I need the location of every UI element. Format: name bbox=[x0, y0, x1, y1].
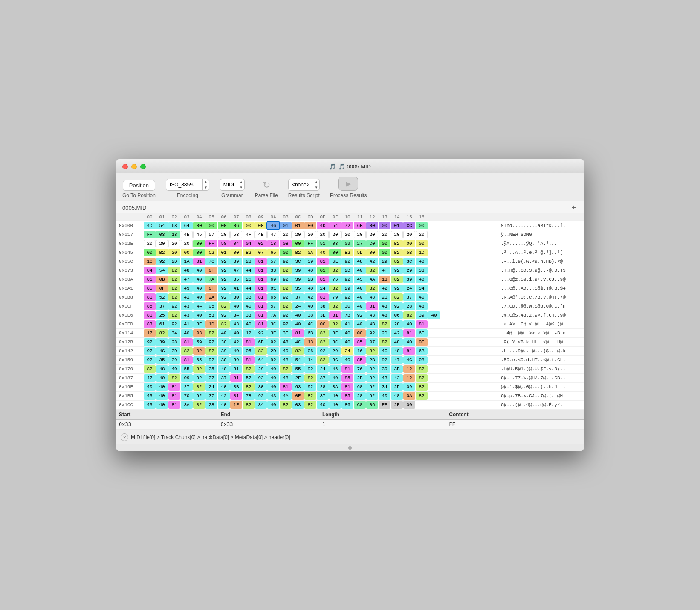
rF-2D[interactable]: 2D bbox=[267, 347, 279, 355]
r7-81b[interactable]: 81 bbox=[255, 276, 267, 283]
r11-55b[interactable]: 55 bbox=[292, 365, 304, 373]
r4-00e[interactable]: 00 bbox=[280, 249, 292, 256]
rE-48[interactable]: 48 bbox=[280, 338, 292, 346]
r15-40[interactable]: 40 bbox=[156, 401, 168, 409]
r12-37c[interactable]: 37 bbox=[317, 374, 329, 382]
rF-40[interactable]: 40 bbox=[230, 347, 242, 355]
r9-37[interactable]: 37 bbox=[292, 293, 304, 301]
r4-20[interactable]: 20 bbox=[168, 249, 180, 256]
rF-05[interactable]: 05 bbox=[243, 347, 255, 355]
r10-48[interactable]: 48 bbox=[280, 356, 292, 364]
byte-68[interactable]: 68 bbox=[168, 222, 180, 229]
r11-31[interactable]: 31 bbox=[230, 365, 242, 373]
rA-85[interactable]: 85 bbox=[144, 302, 156, 310]
rA-40[interactable]: 40 bbox=[230, 302, 242, 310]
r4-00d[interactable]: 00 bbox=[230, 249, 242, 256]
rE-42[interactable]: 42 bbox=[230, 338, 242, 346]
r10-39[interactable]: 39 bbox=[230, 356, 242, 364]
r8-43[interactable]: 43 bbox=[181, 285, 193, 292]
grammar-select-wrapper[interactable]: MIDI ▲ ▼ bbox=[220, 179, 245, 191]
r4-40[interactable]: 40 bbox=[317, 249, 329, 256]
rE-39[interactable]: 39 bbox=[156, 338, 168, 346]
grammar-down[interactable]: ▼ bbox=[238, 185, 244, 191]
r3-00d[interactable]: 00 bbox=[403, 240, 415, 247]
r15-82b[interactable]: 82 bbox=[243, 401, 255, 409]
r12-48[interactable]: 48 bbox=[280, 374, 292, 382]
r11-12[interactable]: 12 bbox=[403, 365, 415, 373]
r14-78[interactable]: 78 bbox=[243, 392, 255, 400]
r6-40[interactable]: 40 bbox=[193, 267, 205, 274]
rD-82c[interactable]: 82 bbox=[317, 329, 329, 337]
r8-0F[interactable]: 0F bbox=[205, 285, 217, 292]
r7-39b[interactable]: 39 bbox=[403, 276, 415, 283]
rD-2D[interactable]: 2D bbox=[379, 329, 390, 337]
r11-29[interactable]: 29 bbox=[255, 365, 267, 373]
rB-7B[interactable]: 7B bbox=[341, 311, 353, 319]
byte-72[interactable]: 72 bbox=[341, 222, 353, 229]
r3-C0[interactable]: C0 bbox=[366, 240, 378, 247]
r14-0E[interactable]: 0E bbox=[292, 392, 304, 400]
encoding-select-wrapper[interactable]: ISO_8859-... ▲ ▼ bbox=[166, 179, 209, 191]
r4-C2[interactable]: C2 bbox=[205, 249, 217, 256]
r12-92c[interactable]: 92 bbox=[366, 374, 378, 382]
rF-82d[interactable]: 82 bbox=[292, 347, 304, 355]
r4-65[interactable]: 65 bbox=[267, 249, 279, 256]
r3-09[interactable]: 09 bbox=[341, 240, 353, 247]
r3-00[interactable]: 00 bbox=[193, 240, 205, 247]
r5-1C[interactable]: 1C bbox=[144, 258, 156, 265]
r5-81c[interactable]: 81 bbox=[317, 258, 329, 265]
r7-2B[interactable]: 2B bbox=[304, 276, 316, 283]
r15-06[interactable]: 06 bbox=[366, 401, 378, 409]
rC-43[interactable]: 43 bbox=[230, 320, 242, 328]
r3-B2[interactable]: B2 bbox=[391, 240, 403, 247]
r7-7A[interactable]: 7A bbox=[205, 276, 217, 283]
r10-92c[interactable]: 92 bbox=[267, 356, 279, 364]
r3-04[interactable]: 04 bbox=[230, 240, 242, 247]
r3-27[interactable]: 27 bbox=[354, 240, 366, 247]
r11-40c[interactable]: 40 bbox=[267, 365, 279, 373]
r11-82b[interactable]: 82 bbox=[193, 365, 205, 373]
results-script-select[interactable]: <none> bbox=[289, 180, 313, 189]
rA-24[interactable]: 24 bbox=[292, 302, 304, 310]
rF-92b[interactable]: 92 bbox=[317, 347, 329, 355]
r14-82d[interactable]: 82 bbox=[416, 392, 428, 400]
rD-3E[interactable]: 3E bbox=[329, 329, 341, 337]
encoding-up[interactable]: ▲ bbox=[203, 179, 209, 185]
rB-82d[interactable]: 82 bbox=[403, 311, 415, 319]
rE-40b[interactable]: 40 bbox=[403, 338, 415, 346]
r11-24[interactable]: 24 bbox=[317, 365, 329, 373]
rA-40d[interactable]: 40 bbox=[354, 302, 366, 310]
r15-43[interactable]: 43 bbox=[144, 401, 156, 409]
r7-92[interactable]: 92 bbox=[218, 276, 230, 283]
r15-1F[interactable]: 1F bbox=[230, 401, 242, 409]
grammar-select[interactable]: MIDI bbox=[220, 180, 238, 189]
r7-82[interactable]: 82 bbox=[168, 276, 180, 283]
r5-28[interactable]: 28 bbox=[243, 258, 255, 265]
rB-34[interactable]: 34 bbox=[230, 311, 242, 319]
rF-82c[interactable]: 82 bbox=[255, 347, 267, 355]
r11-82d[interactable]: 82 bbox=[280, 365, 292, 373]
r12-57[interactable]: 57 bbox=[243, 374, 255, 382]
r10-81[interactable]: 81 bbox=[181, 356, 193, 364]
rB-43[interactable]: 43 bbox=[181, 311, 193, 319]
b-18[interactable]: 18 bbox=[168, 231, 180, 238]
rB-81c[interactable]: 81 bbox=[329, 311, 341, 319]
r10-40[interactable]: 40 bbox=[341, 356, 353, 364]
r14-70[interactable]: 70 bbox=[181, 392, 193, 400]
r3-02[interactable]: 02 bbox=[255, 240, 267, 247]
rF-02[interactable]: 02 bbox=[193, 347, 205, 355]
r6-44[interactable]: 44 bbox=[243, 267, 255, 274]
r10-85[interactable]: 85 bbox=[354, 356, 366, 364]
rC-92[interactable]: 92 bbox=[168, 320, 180, 328]
rB-82[interactable]: 82 bbox=[168, 311, 180, 319]
b-20i[interactable]: 20 bbox=[366, 231, 378, 238]
r12-40[interactable]: 40 bbox=[156, 374, 168, 382]
rD-42[interactable]: 42 bbox=[391, 329, 403, 337]
b-20h[interactable]: 20 bbox=[354, 231, 366, 238]
r6-4F[interactable]: 4F bbox=[379, 267, 390, 274]
r15-81[interactable]: 81 bbox=[168, 401, 180, 409]
b-FF[interactable]: FF bbox=[144, 231, 156, 238]
rA-43b[interactable]: 43 bbox=[379, 302, 390, 310]
r15-86[interactable]: 86 bbox=[341, 401, 353, 409]
r5-7C[interactable]: 7C bbox=[205, 258, 217, 265]
